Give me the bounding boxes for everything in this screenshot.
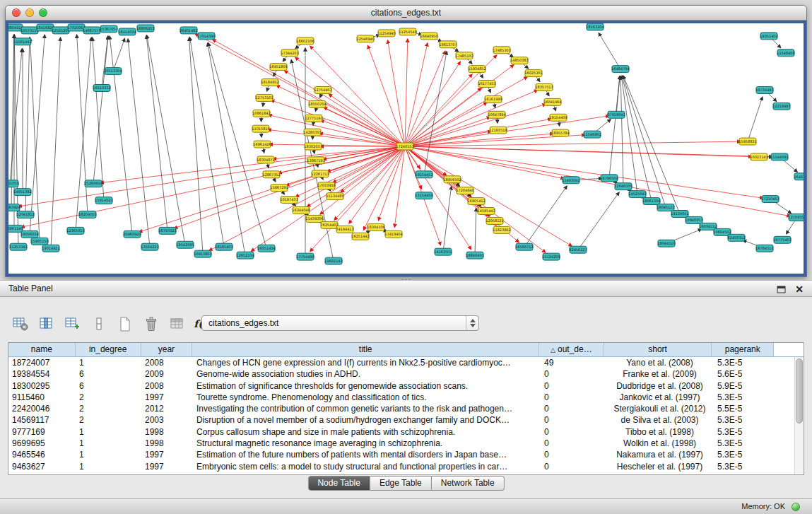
network-node[interactable]: 11544091 [770,153,788,160]
network-node[interactable]: 18163204 [586,23,604,30]
network-node[interactable]: 10647894 [488,111,505,118]
network-node[interactable]: 16045123 [657,204,674,211]
network-node[interactable]: 16251442 [351,233,369,240]
network-node[interactable]: 20460920 [123,230,141,238]
column-header-year[interactable]: year [141,343,193,356]
network-node[interactable]: 16491504 [794,173,804,180]
table-row[interactable]: 1830029562008Estimation of significance … [8,380,804,392]
network-node[interactable]: 15958831 [739,138,756,145]
network-node[interactable]: 12546940 [356,35,374,42]
column-header-out-de-[interactable]: △out_de… [539,343,604,356]
table-row[interactable]: 969969511998Structural magnetic resonanc… [8,438,804,449]
network-node[interactable]: 17240553 [396,143,413,150]
table-scrollbar[interactable] [794,357,804,474]
column-header-title[interactable]: title [192,343,539,356]
network-node[interactable]: 16177453 [478,81,495,88]
network-node[interactable]: 18304871 [257,156,274,163]
network-node[interactable]: 10913803 [194,250,211,257]
network-node[interactable]: 14687575 [83,27,100,34]
network-window-titlebar[interactable]: citations_edges.txt [6,6,806,21]
network-node[interactable]: 12046505 [614,183,632,190]
show-columns-button[interactable] [37,315,56,333]
network-node[interactable]: 12219487 [772,103,790,110]
table-row[interactable]: 977716911998Corpus callosum shape and si… [8,426,804,438]
network-node[interactable]: 11548408 [777,49,794,57]
network-node[interactable]: 17754490 [296,253,314,260]
network-node[interactable]: 17210453 [761,196,779,203]
network-node[interactable]: 10197433 [280,197,298,204]
network-node[interactable]: 11015816 [252,125,269,132]
network-node[interactable]: 12041812 [16,211,34,218]
network-node[interactable]: 16451809 [269,64,287,71]
table-row[interactable]: 1872400712008Changes of HCN gene express… [8,357,804,368]
table-row[interactable]: 1938455462009Genome-wide association stu… [8,368,804,380]
network-node[interactable]: 17344203 [281,49,298,57]
network-node[interactable]: 18550704 [308,100,326,107]
network-node[interactable]: 16750323 [158,227,176,234]
network-node[interactable]: 14595443 [477,208,495,215]
network-node[interactable]: 18204055 [78,211,96,218]
network-node[interactable]: 19351402 [760,33,777,40]
network-node[interactable]: 18304106 [367,223,384,230]
network-node[interactable]: 19154409 [549,114,567,121]
network-node[interactable]: 19542095 [176,241,194,248]
network-node[interactable]: 18956502 [443,176,461,183]
network-node[interactable]: 12365013 [66,227,84,234]
network-node[interactable]: 16161999 [484,95,502,103]
network-node[interactable]: 19056034 [20,230,38,238]
network-node[interactable]: 12160518 [489,127,507,134]
network-node[interactable]: 18184952 [261,79,278,86]
network-node[interactable]: 18414034 [118,28,136,35]
network-node[interactable]: 67919041 [607,111,625,118]
network-node[interactable]: 18044510 [657,240,675,247]
network-node[interactable]: 11546901 [583,131,601,138]
network-node[interactable]: 16961426 [253,141,271,148]
network-node[interactable]: 18301050 [8,180,19,187]
network-node[interactable]: 11692143 [324,257,342,264]
network-node[interactable]: 16905412 [467,198,485,205]
network-node[interactable]: 12104554 [788,214,804,221]
network-node[interactable]: 16775403 [773,236,791,243]
network-node[interactable]: 20513304 [104,68,122,75]
network-node[interactable]: 18185403 [215,243,233,250]
network-node[interactable]: 10861842 [252,110,270,117]
network-node[interactable]: 15667291 [270,185,288,192]
network-node[interactable]: 18602106 [296,37,314,45]
network-node[interactable]: 13154450 [415,192,433,199]
float-panel-icon[interactable] [777,286,786,293]
network-node[interactable]: 11254940 [377,30,395,37]
network-node[interactable]: 16023141 [750,153,767,160]
scrollbar-thumb[interactable] [796,358,803,424]
network-node[interactable]: 17485303 [493,47,510,54]
network-node[interactable]: 25260650 [84,180,102,187]
network-node[interactable]: 14525043 [628,191,646,198]
network-node[interactable]: 12652104 [236,252,254,259]
network-canvas[interactable]: 1724055318602106173442031645180918184952… [8,23,804,274]
table-row[interactable]: 2242004622012Investigating the contribut… [8,403,804,414]
table-row[interactable]: 1456911722003Disruption of a novel membe… [8,414,804,426]
network-node[interactable]: 15134485 [326,193,343,200]
network-node[interactable]: 19014921 [42,245,59,252]
network-node[interactable]: 10940253 [685,216,702,223]
citation-network-graph[interactable]: 1724055318602106173442031645180918184952… [8,23,804,274]
network-node[interactable]: 15934852 [468,66,486,73]
network-node[interactable]: 17014390 [197,33,215,40]
network-node[interactable]: 15493041 [562,177,579,184]
network-node[interactable]: 19613707 [439,41,457,48]
network-node[interactable]: 16901140 [8,225,23,232]
network-node[interactable]: 17419404 [384,230,402,238]
network-node[interactable]: 16640950 [420,33,437,40]
network-node[interactable]: 17485103 [455,52,473,59]
network-node[interactable]: 12753101 [255,94,273,101]
network-node[interactable]: 14850383 [510,57,528,64]
network-node[interactable]: 16025301 [524,70,542,77]
network-node[interactable]: 16041964 [543,98,561,105]
network-node[interactable]: 11823862 [493,226,510,233]
table-row[interactable]: 911546021997Tourette syndrome. Phenomeno… [8,392,804,403]
network-node[interactable]: 16784513 [755,245,773,252]
close-panel-icon[interactable]: ✕ [795,284,804,294]
column-resize-button[interactable] [90,315,108,333]
network-node[interactable]: 13867193 [307,157,324,164]
network-node[interactable]: 11254549 [399,28,416,35]
network-node[interactable]: 16566712 [515,243,533,250]
